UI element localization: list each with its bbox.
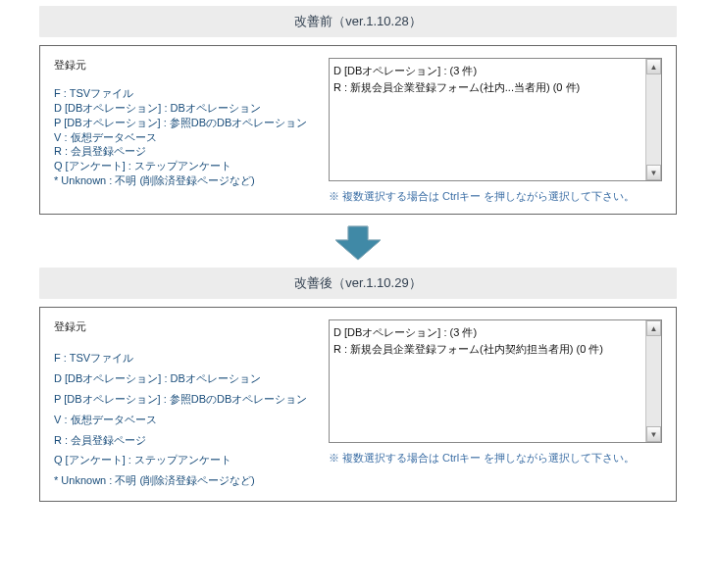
after-panel: 登録元 F : TSVファイル D [DBオペレーション] : DBオペレーショ… [39, 307, 677, 502]
before-right-column: D [DBオペレーション] : (3 件) R : 新規会員企業登録フォーム(社… [329, 58, 662, 204]
before-listbox[interactable]: D [DBオペレーション] : (3 件) R : 新規会員企業登録フォーム(社… [329, 58, 662, 181]
list-item[interactable]: R : 新規会員企業登録フォーム(社内...当者用) (0 件) [333, 79, 659, 96]
legend-line: F : TSVファイル [54, 86, 319, 101]
legend-line: * Unknown : 不明 (削除済登録ページなど) [54, 173, 319, 188]
before-header: 改善前（ver.1.10.28） [39, 6, 677, 37]
before-legend: F : TSVファイル D [DBオペレーション] : DBオペレーション P … [54, 86, 319, 188]
scrollbar-track[interactable]: ▲ ▼ [645, 320, 661, 442]
before-panel: 登録元 F : TSVファイル D [DBオペレーション] : DBオペレーショ… [39, 45, 677, 215]
after-note: ※ 複数選択する場合は Ctrlキー を押しながら選択して下さい。 [329, 451, 662, 466]
after-header: 改善後（ver.1.10.29） [39, 268, 677, 299]
before-left-column: 登録元 F : TSVファイル D [DBオペレーション] : DBオペレーショ… [54, 58, 319, 188]
scroll-down-button[interactable]: ▼ [646, 165, 661, 180]
legend-line: D [DBオペレーション] : DBオペレーション [54, 368, 319, 389]
arrow-row [39, 224, 677, 262]
legend-line: P [DBオペレーション] : 参照DBのDBオペレーション [54, 389, 319, 410]
legend-line: * Unknown : 不明 (削除済登録ページなど) [54, 470, 319, 491]
legend-line: P [DBオペレーション] : 参照DBのDBオペレーション [54, 116, 319, 130]
after-legend: F : TSVファイル D [DBオペレーション] : DBオペレーション P … [54, 348, 319, 491]
after-right-column: D [DBオペレーション] : (3 件) R : 新規会員企業登録フォーム(社… [329, 319, 662, 466]
legend-line: Q [アンケート] : ステップアンケート [54, 159, 319, 173]
before-left-title: 登録元 [54, 58, 319, 73]
before-note: ※ 複数選択する場合は Ctrlキー を押しながら選択して下さい。 [329, 189, 662, 204]
list-item[interactable]: R : 新規会員企業登録フォーム(社内契約担当者用) (0 件) [333, 341, 659, 358]
after-left-title: 登録元 [54, 319, 319, 334]
list-item[interactable]: D [DBオペレーション] : (3 件) [333, 324, 659, 341]
scrollbar-track[interactable]: ▲ ▼ [645, 59, 661, 180]
legend-line: Q [アンケート] : ステップアンケート [54, 450, 319, 470]
scroll-down-button[interactable]: ▼ [646, 426, 661, 442]
legend-line: V : 仮想データベース [54, 410, 319, 430]
scroll-up-button[interactable]: ▲ [646, 59, 661, 74]
legend-line: R : 会員登録ページ [54, 144, 319, 159]
legend-line: V : 仮想データベース [54, 130, 319, 145]
after-listbox[interactable]: D [DBオペレーション] : (3 件) R : 新規会員企業登録フォーム(社… [329, 319, 662, 443]
legend-line: F : TSVファイル [54, 348, 319, 368]
scroll-up-button[interactable]: ▲ [646, 320, 661, 336]
list-item[interactable]: D [DBオペレーション] : (3 件) [333, 63, 659, 79]
after-left-column: 登録元 F : TSVファイル D [DBオペレーション] : DBオペレーショ… [54, 319, 319, 491]
legend-line: R : 会員登録ページ [54, 430, 319, 451]
down-arrow-icon [333, 224, 383, 262]
legend-line: D [DBオペレーション] : DBオペレーション [54, 101, 319, 116]
